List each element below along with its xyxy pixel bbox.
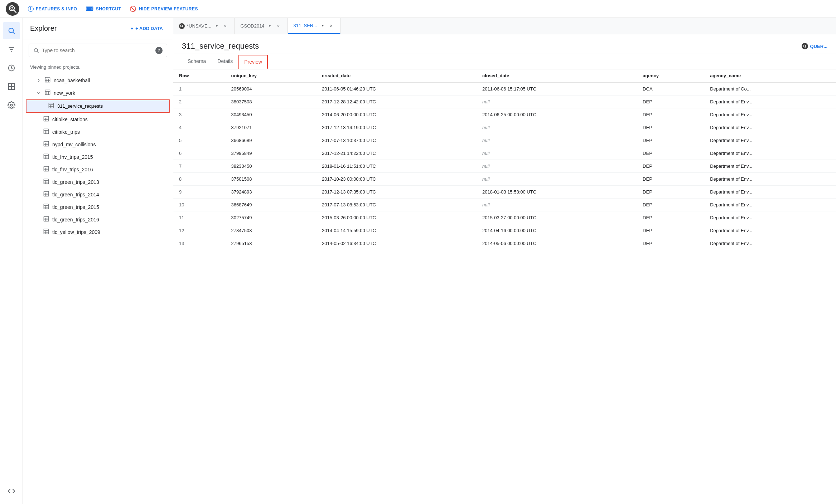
tree-item-tlc-fhv-2016[interactable]: tlc_fhv_trips_2016 xyxy=(23,163,173,176)
table-cell: DEP xyxy=(637,121,704,134)
svg-rect-41 xyxy=(44,141,49,146)
table-icon-nypd xyxy=(43,141,49,148)
sidebar-item-history[interactable] xyxy=(3,59,20,77)
table-cell: 1 xyxy=(173,82,226,96)
tab-unsaved[interactable]: *UNSAVE... ▾ × xyxy=(173,18,235,34)
tab-gsod2014-dropdown[interactable]: ▾ xyxy=(267,23,273,29)
table-cell: null xyxy=(477,134,637,147)
col-unique-key: unique_key xyxy=(226,69,316,82)
tab-unsaved-close[interactable]: × xyxy=(222,23,228,29)
add-data-label: + ADD DATA xyxy=(135,26,163,31)
tab-311ser-dropdown[interactable]: ▾ xyxy=(319,23,326,29)
sidebar-item-code[interactable] xyxy=(3,483,20,500)
tree-item-citibike-trips[interactable]: citibike_trips xyxy=(23,126,173,138)
table-icon-311 xyxy=(48,102,54,110)
tree-item-311-service[interactable]: 311_service_requests xyxy=(26,99,170,113)
table-cell: null xyxy=(477,121,637,134)
table-cell: Department of Env... xyxy=(704,186,836,199)
svg-rect-66 xyxy=(44,204,49,209)
tree-item-tlc-green-2016[interactable]: tlc_green_trips_2016 xyxy=(23,213,173,226)
sidebar-item-dashboard[interactable] xyxy=(3,78,20,95)
tab-gsod2014[interactable]: GSOD2014 ▾ × xyxy=(235,18,287,34)
table-cell: null xyxy=(477,147,637,160)
inner-tab-details[interactable]: Details xyxy=(212,54,238,69)
col-row: Row xyxy=(173,69,226,82)
tab-311ser-label: 311_SER... xyxy=(294,23,318,28)
table-cell: 2014-05-02 16:34:00 UTC xyxy=(316,237,477,250)
tree-item-citibike-stations[interactable]: citibike_stations xyxy=(23,113,173,126)
help-icon[interactable]: ? xyxy=(155,47,163,54)
top-nav: i FEATURES & INFO ⌨ SHORTCUT 🚫 HIDE PREV… xyxy=(0,0,836,18)
tlc-green-2016-label: tlc_green_trips_2016 xyxy=(52,217,166,222)
tree-item-tlc-yellow-2009[interactable]: tlc_yellow_trips_2009 xyxy=(23,226,173,238)
table-cell: 30493450 xyxy=(226,108,316,121)
table-cell: null xyxy=(477,160,637,173)
table-cell: 27847508 xyxy=(226,224,316,237)
table-cell: Department of Env... xyxy=(704,224,836,237)
hide-preview-label: HIDE PREVIEW FEATURES xyxy=(139,6,198,11)
table-cell: Department of Env... xyxy=(704,160,836,173)
svg-rect-51 xyxy=(44,166,49,171)
table-cell: 30275749 xyxy=(226,211,316,224)
svg-line-4 xyxy=(13,32,15,34)
table-cell: 2015-03-27 00:00:00 UTC xyxy=(477,211,637,224)
table-cell: null xyxy=(477,199,637,211)
inner-tab-schema[interactable]: Schema xyxy=(182,54,212,69)
data-table-container: Row unique_key created_date closed_date … xyxy=(173,69,836,504)
table-row: 10366876492017-07-13 08:53:00 UTCnullDEP… xyxy=(173,199,836,211)
table-cell: DCA xyxy=(637,82,704,96)
table-cell: Department of Co... xyxy=(704,82,836,96)
features-info-label: FEATURES & INFO xyxy=(36,6,77,11)
citibike-stations-label: citibike_stations xyxy=(52,117,166,122)
tab-311ser[interactable]: 311_SER... ▾ × xyxy=(288,18,341,34)
tab-unsaved-dropdown[interactable]: ▾ xyxy=(213,23,220,29)
sidebar-item-search[interactable] xyxy=(3,22,20,39)
tree-item-nypd[interactable]: nypd_mv_collisions xyxy=(23,138,173,151)
query-button[interactable]: QUER... xyxy=(802,43,827,49)
table-cell: DEP xyxy=(637,237,704,250)
table-cell: DEP xyxy=(637,224,704,237)
svg-rect-16 xyxy=(45,77,50,82)
tree-item-tlc-green-2014[interactable]: tlc_green_trips_2014 xyxy=(23,188,173,201)
col-closed-date: closed_date xyxy=(477,69,637,82)
svg-line-1 xyxy=(14,10,16,13)
sidebar-item-filter[interactable] xyxy=(3,41,20,58)
chevron-down-icon xyxy=(36,90,42,96)
features-info-nav[interactable]: i FEATURES & INFO xyxy=(28,6,77,12)
table-row: 12278475082014-04-14 15:59:00 UTC2014-04… xyxy=(173,224,836,237)
tree-item-tlc-fhv-2015[interactable]: tlc_fhv_trips_2015 xyxy=(23,151,173,163)
svg-point-2 xyxy=(11,7,13,9)
search-icon xyxy=(33,48,39,53)
inner-tab-preview[interactable]: Preview xyxy=(238,55,268,69)
table-row: 9379248932017-12-13 07:35:00 UTC2018-01-… xyxy=(173,186,836,199)
table-cell: 2017-07-13 10:37:00 UTC xyxy=(316,134,477,147)
icon-sidebar xyxy=(0,18,23,504)
table-cell: 2014-06-20 00:00:00 UTC xyxy=(316,108,477,121)
shortcut-nav[interactable]: ⌨ SHORTCUT xyxy=(86,6,121,12)
tree-item-tlc-green-2015[interactable]: tlc_green_trips_2015 xyxy=(23,201,173,213)
table-cell: Department of Env... xyxy=(704,211,836,224)
tab-gsod2014-close[interactable]: × xyxy=(275,23,282,29)
add-data-button[interactable]: + + ADD DATA xyxy=(128,24,166,33)
tab-gsod2014-label: GSOD2014 xyxy=(240,23,264,29)
table-cell: 2014-04-16 00:00:00 UTC xyxy=(477,224,637,237)
table-cell: null xyxy=(477,173,637,186)
info-icon: i xyxy=(28,6,34,12)
tree-item-tlc-green-2013[interactable]: tlc_green_trips_2013 xyxy=(23,176,173,188)
table-cell: DEP xyxy=(637,147,704,160)
hide-preview-nav[interactable]: 🚫 HIDE PREVIEW FEATURES xyxy=(130,6,198,12)
tree-item-ncaa[interactable]: ncaa_basketball xyxy=(23,74,173,87)
app-logo[interactable] xyxy=(6,2,19,16)
table-icon-tlc-green-2013 xyxy=(43,178,49,186)
tab-311ser-close[interactable]: × xyxy=(328,23,334,29)
svg-rect-26 xyxy=(49,103,54,108)
svg-line-82 xyxy=(182,26,183,27)
table-cell: 2014-05-06 00:00:00 UTC xyxy=(477,237,637,250)
search-input[interactable] xyxy=(42,48,153,53)
table-icon-citibike-tr xyxy=(43,128,49,136)
table-cell: Department of Env... xyxy=(704,147,836,160)
svg-point-83 xyxy=(803,45,805,47)
table-cell: 38037508 xyxy=(226,96,316,108)
tree-item-new-york[interactable]: new_york xyxy=(23,87,173,99)
sidebar-item-settings[interactable] xyxy=(3,97,20,114)
